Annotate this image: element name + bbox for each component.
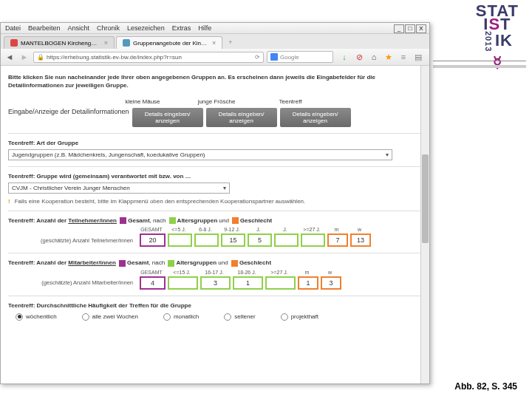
menu-bar: Datei Bearbeiten Ansicht Chronik Lesezei… (1, 23, 429, 34)
chevron-down-icon: ▾ (386, 151, 389, 158)
tab-1[interactable]: MANTELBOGEN Kirchenge…× (4, 36, 115, 49)
feed-icon[interactable]: ▤ (413, 52, 423, 62)
close-icon[interactable]: × (212, 39, 216, 47)
menu-lesezeichen[interactable]: Lesezeichen (127, 24, 165, 32)
menu-extras[interactable]: Extras (172, 24, 191, 32)
input-tn-a3[interactable]: 15 (221, 233, 245, 247)
lock-icon: 🔒 (37, 54, 44, 61)
new-tab-button[interactable]: + (224, 36, 236, 49)
close-icon[interactable]: × (104, 39, 108, 47)
intro-text: Bitte klicken Sie nun nacheinander jede … (8, 73, 422, 89)
row-mitarbeiter-label: (geschätzte) Anzahl Mitarbeiter/innen (8, 279, 137, 286)
input-ma-w[interactable]: 3 (321, 276, 341, 290)
input-tn-a2[interactable] (194, 233, 219, 247)
input-ma-a1[interactable] (168, 276, 198, 290)
input-tn-gesamt[interactable]: 20 (140, 233, 166, 247)
tab-bar: MANTELBOGEN Kirchenge…× Gruppenangebote … (1, 34, 429, 49)
divider (433, 61, 526, 61)
input-tn-a6[interactable] (301, 233, 325, 247)
site-icon (123, 39, 130, 47)
divider (433, 65, 526, 68)
warning-icon: ! (8, 198, 10, 205)
input-tn-a5[interactable] (274, 233, 299, 247)
radio-woechentlich[interactable]: wöchentlich (16, 313, 57, 321)
tab-2[interactable]: Gruppenangebote der Kin…× (116, 36, 222, 49)
page-content: Bitte klicken Sie nun nacheinander jede … (1, 66, 429, 383)
menu-hilfe[interactable]: Hilfe (198, 24, 211, 32)
group-col-1: kleine Mäuse (107, 95, 178, 108)
menu-chronik[interactable]: Chronik (97, 24, 120, 32)
input-ma-m[interactable]: 1 (298, 276, 318, 290)
select-art[interactable]: Jugendgruppen (z.B. Mädchenkreis, Jungen… (8, 149, 392, 160)
window-close[interactable]: X (416, 24, 426, 33)
section-mitarbeiter: Teentreff: Anzahl der Mitarbeiter/innen … (8, 259, 422, 266)
section-verantwortung: Teentreff: Gruppe wird (gemeinsam) veran… (8, 173, 422, 180)
nav-toolbar: ◄ ► 🔒 https://erhebung.statistik-ev-bw.d… (1, 49, 429, 66)
group-col-2: junge Frösche (181, 95, 252, 108)
details-button-2[interactable]: Details eingeben/ anzeigen (206, 108, 277, 127)
adblock-icon[interactable]: ⊘ (354, 52, 364, 62)
bookmark-icon[interactable]: ★ (383, 52, 394, 62)
radio-monatlich[interactable]: monatlich (163, 313, 199, 321)
input-tn-a1[interactable] (168, 233, 192, 247)
figure-caption: Abb. 82, S. 345 (454, 381, 517, 392)
reload-icon[interactable]: ⟳ (255, 54, 260, 61)
radio-zwei-wochen[interactable]: alle zwei Wochen (82, 313, 138, 321)
section-art: Teentreff: Art der Gruppe (8, 140, 422, 146)
radio-projekthaft[interactable]: projekthaft (281, 313, 318, 321)
chevron-down-icon: ▾ (223, 185, 226, 191)
download-icon[interactable]: ↓ (339, 52, 349, 62)
menu-datei[interactable]: Datei (5, 24, 21, 32)
browser-window: _ □ X Datei Bearbeiten Ansicht Chronik L… (0, 22, 430, 384)
google-icon (270, 53, 278, 61)
row-teilnehmer-label: (geschätzte) Anzahl Teilnehmer/innen (8, 237, 137, 244)
group-col-3: Teentreff (255, 95, 326, 108)
input-tn-w[interactable]: 13 (350, 233, 371, 247)
scrollbar[interactable] (420, 66, 429, 383)
window-minimize[interactable]: _ (394, 24, 404, 33)
section-teilnehmer: Teentreff: Anzahl der Teilnehmer/innen G… (8, 217, 422, 224)
list-icon[interactable]: ≡ (398, 52, 409, 62)
input-tn-a4[interactable]: 5 (248, 233, 272, 247)
warning-note: !Falls eine Kooperation besteht, bitte i… (8, 198, 422, 205)
input-ma-a2[interactable]: 3 (200, 276, 231, 290)
input-ma-a3[interactable]: 1 (233, 276, 263, 290)
pdf-icon (10, 39, 18, 47)
url-text: https://erhebung.statistik-ev-bw.de/inde… (47, 54, 182, 61)
menu-ansicht[interactable]: Ansicht (68, 24, 90, 32)
row-label: Eingabe/Anzeige der Detailinformationen (8, 108, 129, 127)
menu-bearbeiten[interactable]: Bearbeiten (28, 24, 61, 32)
input-ma-gesamt[interactable]: 4 (140, 276, 166, 290)
forward-button[interactable]: ► (18, 51, 30, 63)
details-button-3[interactable]: Details eingeben/ anzeigen (280, 108, 351, 127)
radio-seltener[interactable]: seltener (224, 313, 255, 321)
input-ma-a4[interactable] (265, 276, 296, 290)
details-button-1[interactable]: Details eingeben/ anzeigen (132, 108, 203, 127)
url-bar[interactable]: 🔒 https://erhebung.statistik-ev-bw.de/in… (33, 52, 264, 63)
home-icon[interactable]: ⌂ (369, 52, 379, 62)
section-frequenz: Teentreff: Durchschnittliche Häufigkeit … (8, 302, 422, 309)
back-button[interactable]: ◄ (4, 51, 16, 63)
select-verantwortung[interactable]: CVJM - Christlicher Verein Junger Mensch… (8, 183, 230, 194)
input-tn-m[interactable]: 7 (327, 233, 348, 247)
search-box[interactable]: Google (267, 51, 333, 63)
window-maximize[interactable]: □ (405, 24, 415, 33)
